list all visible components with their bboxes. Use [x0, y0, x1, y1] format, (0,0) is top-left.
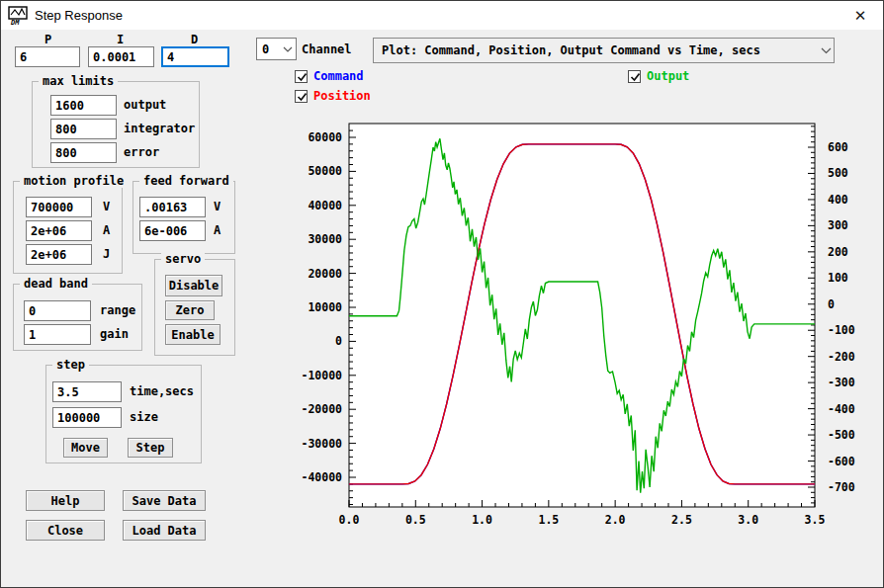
svg-text:DM: DM	[10, 19, 20, 26]
max-error-input[interactable]	[50, 142, 117, 163]
profile-accel-label: A	[103, 223, 110, 237]
help-button[interactable]: Help	[26, 490, 105, 511]
svg-text:500: 500	[828, 166, 848, 180]
svg-text:50000: 50000	[308, 164, 342, 178]
close-button[interactable]: Close	[26, 520, 105, 541]
ff-velocity-label: V	[214, 200, 221, 213]
servo-zero-button[interactable]: Zero	[165, 300, 215, 320]
i-label: I	[117, 33, 124, 46]
i-gain-input[interactable]	[88, 46, 154, 67]
step-time-input[interactable]	[52, 381, 122, 402]
max-output-label: output	[124, 98, 166, 112]
output-checkbox-label: Output	[647, 69, 689, 83]
channel-label: Channel	[302, 42, 352, 56]
p-label: P	[44, 33, 51, 46]
svg-text:-400: -400	[828, 402, 855, 416]
svg-text:-20000: -20000	[301, 402, 342, 416]
step-response-window: DM Step Response ✕ P I D 0 Channel Plot:…	[0, 0, 884, 588]
svg-text:0.0: 0.0	[339, 513, 360, 527]
svg-text:600: 600	[828, 140, 848, 154]
svg-text:100: 100	[828, 271, 848, 285]
position-checkbox[interactable]	[295, 90, 308, 103]
svg-text:0: 0	[828, 297, 835, 311]
app-icon: DM	[8, 6, 29, 26]
max-integrator-label: integrator	[124, 122, 195, 135]
max-output-input[interactable]	[50, 95, 117, 116]
step-size-input[interactable]	[52, 407, 122, 428]
plot-type-value: Plot: Command, Position, Output Command …	[374, 43, 818, 57]
command-checkbox[interactable]	[295, 70, 308, 83]
channel-value: 0	[257, 42, 280, 56]
svg-text:0: 0	[335, 334, 342, 348]
svg-text:-600: -600	[828, 455, 855, 468]
dead-band-gain-label: gain	[100, 327, 129, 341]
dead-band-range-label: range	[100, 303, 135, 317]
d-gain-input[interactable]	[161, 46, 229, 67]
profile-velocity-input[interactable]	[26, 197, 92, 217]
svg-text:-10000: -10000	[301, 369, 342, 382]
svg-text:-40000: -40000	[301, 470, 342, 484]
step-button[interactable]: Step	[128, 438, 173, 458]
svg-text:3.0: 3.0	[738, 513, 758, 527]
motion-profile-title: motion profile	[20, 174, 128, 188]
ff-velocity-input[interactable]	[139, 197, 206, 217]
svg-text:40000: 40000	[308, 199, 342, 212]
svg-text:3.5: 3.5	[805, 513, 826, 527]
plot-type-select[interactable]: Plot: Command, Position, Output Command …	[373, 38, 835, 63]
save-data-button[interactable]: Save Data	[123, 490, 206, 511]
svg-text:60000: 60000	[308, 130, 342, 144]
channel-select[interactable]: 0	[256, 38, 297, 60]
max-error-label: error	[124, 145, 159, 159]
svg-text:-30000: -30000	[301, 437, 342, 451]
svg-text:10000: 10000	[308, 300, 342, 314]
feed-forward-group: feed forward	[133, 181, 235, 254]
feed-forward-title: feed forward	[139, 174, 233, 188]
window-title: Step Response	[35, 8, 123, 23]
profile-accel-input[interactable]	[26, 220, 92, 241]
svg-text:-100: -100	[828, 323, 855, 337]
servo-disable-button[interactable]: Disable	[165, 275, 222, 296]
move-button[interactable]: Move	[63, 438, 108, 458]
d-label: D	[191, 33, 198, 46]
svg-text:-700: -700	[828, 480, 855, 494]
title-bar[interactable]: DM Step Response ✕	[1, 1, 883, 30]
svg-text:200: 200	[828, 245, 848, 259]
command-checkbox-label: Command	[313, 69, 364, 83]
max-limits-title: max limits	[39, 74, 118, 88]
step-title: step	[52, 358, 89, 372]
profile-jerk-input[interactable]	[26, 244, 92, 265]
position-checkbox-label: Position	[313, 89, 371, 103]
svg-text:2.0: 2.0	[605, 513, 626, 527]
svg-text:30000: 30000	[308, 232, 342, 246]
output-checkbox[interactable]	[628, 70, 641, 83]
dialog-body: P I D 0 Channel Plot: Command, Position,…	[1, 30, 883, 587]
chevron-down-icon	[818, 47, 834, 54]
svg-text:20000: 20000	[308, 267, 342, 281]
max-integrator-input[interactable]	[50, 119, 117, 139]
svg-text:300: 300	[828, 218, 848, 232]
svg-text:-500: -500	[828, 428, 855, 442]
profile-jerk-label: J	[103, 247, 110, 261]
ff-accel-input[interactable]	[139, 220, 206, 241]
servo-enable-button[interactable]: Enable	[165, 324, 221, 345]
dead-band-title: dead band	[20, 277, 92, 291]
left-axis: 6000050000400003000020000100000-10000-20…	[301, 130, 356, 505]
step-time-label: time,secs	[130, 384, 194, 398]
svg-text:1.0: 1.0	[472, 513, 492, 527]
load-data-button[interactable]: Load Data	[123, 520, 206, 541]
servo-title: servo	[161, 252, 205, 266]
p-gain-input[interactable]	[15, 46, 80, 67]
dead-band-range-input[interactable]	[24, 300, 91, 321]
svg-text:-200: -200	[828, 350, 855, 364]
chevron-down-icon	[280, 46, 296, 52]
svg-text:1.5: 1.5	[538, 513, 559, 527]
svg-text:400: 400	[828, 193, 848, 207]
svg-text:-300: -300	[828, 376, 855, 389]
svg-text:0.5: 0.5	[405, 513, 426, 527]
svg-text:2.5: 2.5	[671, 513, 692, 527]
profile-velocity-label: V	[103, 200, 110, 213]
step-size-label: size	[130, 410, 158, 424]
close-window-icon[interactable]: ✕	[838, 1, 883, 30]
ff-accel-label: A	[214, 223, 221, 237]
dead-band-gain-input[interactable]	[24, 324, 91, 345]
